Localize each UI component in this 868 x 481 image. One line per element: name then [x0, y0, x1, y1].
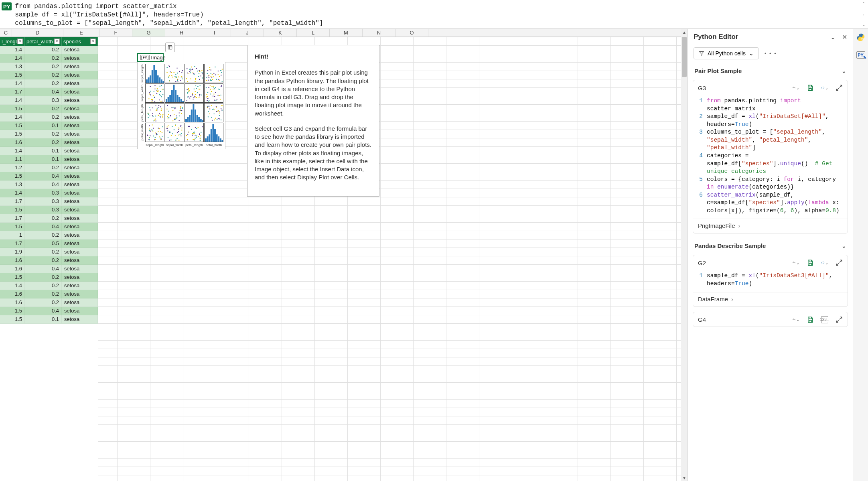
table-row[interactable]: 1.10.1setosa: [0, 155, 98, 164]
table-cell[interactable]: 0.4: [25, 223, 62, 231]
table-cell[interactable]: 1.1: [0, 155, 25, 163]
table-cell[interactable]: setosa: [62, 79, 98, 87]
table-cell[interactable]: setosa: [62, 122, 98, 130]
table-cell[interactable]: 1.5: [0, 130, 25, 138]
table-row[interactable]: 1.40.2setosa: [0, 282, 98, 290]
table-row[interactable]: 1.40.1setosa: [0, 147, 98, 155]
table-cell[interactable]: setosa: [62, 214, 98, 222]
column-header-n[interactable]: N: [363, 29, 395, 37]
filter-icon[interactable]: [90, 39, 96, 44]
table-row[interactable]: 1.40.2setosa: [0, 79, 98, 88]
expand-icon[interactable]: [836, 84, 843, 91]
table-cell[interactable]: setosa: [62, 181, 98, 189]
filter-icon[interactable]: [54, 39, 60, 44]
table-cell[interactable]: 1.4: [0, 282, 25, 290]
table-cell[interactable]: 0.2: [25, 71, 62, 79]
save-icon[interactable]: [807, 259, 814, 266]
close-panel-icon[interactable]: ✕: [842, 33, 847, 41]
table-cell[interactable]: 1.5: [0, 307, 25, 315]
table-row[interactable]: 1.50.4setosa: [0, 172, 98, 181]
table-cell[interactable]: 1.5: [0, 172, 25, 180]
more-options-icon[interactable]: • • •: [765, 51, 777, 57]
table-row[interactable]: 1.30.4setosa: [0, 181, 98, 189]
table-cell[interactable]: 0.4: [25, 265, 62, 273]
table-cell[interactable]: 0.2: [25, 46, 62, 54]
output-123-icon[interactable]: 123 ⌄: [821, 316, 828, 323]
table-cell[interactable]: 1.4: [0, 189, 25, 197]
table-row[interactable]: 1.70.2setosa: [0, 214, 98, 223]
column-header-l[interactable]: L: [297, 29, 330, 37]
table-cell[interactable]: setosa: [62, 223, 98, 231]
table-cell[interactable]: setosa: [62, 282, 98, 290]
table-cell[interactable]: 1.5: [0, 273, 25, 281]
table-cell[interactable]: 0.1: [25, 122, 62, 130]
table-cell[interactable]: setosa: [62, 307, 98, 315]
column-header-d[interactable]: D: [12, 29, 63, 37]
table-cell[interactable]: 0.2: [25, 113, 62, 121]
table-cell[interactable]: setosa: [62, 265, 98, 273]
table-cell[interactable]: 1.4: [0, 46, 25, 54]
table-row[interactable]: 1.50.4setosa: [0, 223, 98, 231]
table-header-l-length[interactable]: l_length: [0, 37, 25, 46]
filter-icon[interactable]: [17, 39, 23, 44]
table-cell[interactable]: 0.3: [25, 189, 62, 197]
column-header-g[interactable]: G: [132, 29, 165, 37]
table-cell[interactable]: setosa: [62, 273, 98, 281]
scroll-down-arrow[interactable]: ▼: [681, 475, 688, 481]
output-footer[interactable]: DataFrame›: [693, 292, 848, 306]
table-cell[interactable]: 0.3: [25, 197, 62, 205]
code-body[interactable]: 1sample_df = xl("IrisDataSet3[#All]", he…: [693, 270, 848, 292]
table-cell[interactable]: 0.2: [25, 63, 62, 71]
table-cell[interactable]: setosa: [62, 164, 98, 172]
table-cell[interactable]: 1.6: [0, 138, 25, 146]
table-cell[interactable]: 0.2: [25, 273, 62, 281]
table-row[interactable]: 1.40.2setosa: [0, 46, 98, 54]
table-cell[interactable]: 0.4: [25, 307, 62, 315]
table-cell[interactable]: setosa: [62, 231, 98, 239]
table-cell[interactable]: 1.5: [0, 223, 25, 231]
table-row[interactable]: 1.50.4setosa: [0, 307, 98, 315]
table-cell[interactable]: 1.2: [0, 164, 25, 172]
table-cell[interactable]: 0.2: [25, 282, 62, 290]
table-row[interactable]: 1.50.1setosa: [0, 122, 98, 130]
scroll-up-arrow[interactable]: ▲: [681, 29, 688, 35]
table-row[interactable]: 1.70.4setosa: [0, 88, 98, 96]
table-row[interactable]: 1.40.2setosa: [0, 54, 98, 63]
table-cell[interactable]: 0.3: [25, 206, 62, 214]
column-header-f[interactable]: F: [99, 29, 132, 37]
table-cell[interactable]: setosa: [62, 256, 98, 264]
vertical-scrollbar[interactable]: ▲ ▼: [681, 29, 688, 481]
code-body[interactable]: 1from pandas.plotting import scatter_mat…: [693, 95, 848, 219]
table-cell[interactable]: setosa: [62, 197, 98, 205]
table-cell[interactable]: 1.5: [0, 315, 25, 323]
table-cell[interactable]: 1.3: [0, 181, 25, 189]
table-cell[interactable]: 0.2: [25, 130, 62, 138]
table-row[interactable]: 1.70.3setosa: [0, 197, 98, 206]
table-cell[interactable]: 1.7: [0, 214, 25, 222]
column-header-o[interactable]: O: [395, 29, 428, 37]
save-icon[interactable]: [807, 84, 814, 91]
formula-bar-expand[interactable]: ⌃ ⋮ ⌄: [860, 0, 867, 28]
table-cell[interactable]: setosa: [62, 298, 98, 306]
table-cell[interactable]: 1.4: [0, 79, 25, 87]
pairplot-image[interactable]: sepal_lengthsepal_widthpetal_lengthpetal…: [137, 62, 225, 149]
table-cell[interactable]: 1.7: [0, 239, 25, 248]
table-cell[interactable]: 1.9: [0, 248, 25, 256]
column-header-e[interactable]: E: [63, 29, 99, 37]
table-row[interactable]: 10.2setosa: [0, 231, 98, 239]
table-cell[interactable]: 1.4: [0, 113, 25, 121]
column-header-m[interactable]: M: [330, 29, 363, 37]
expand-icon[interactable]: [836, 259, 843, 266]
table-cell[interactable]: setosa: [62, 113, 98, 121]
table-row[interactable]: 1.40.3setosa: [0, 189, 98, 197]
table-cell[interactable]: 0.2: [25, 248, 62, 256]
table-cell[interactable]: setosa: [62, 54, 98, 62]
table-cell[interactable]: 1.6: [0, 265, 25, 273]
table-cell[interactable]: 1.5: [0, 206, 25, 214]
table-row[interactable]: 1.50.2setosa: [0, 105, 98, 113]
table-cell[interactable]: 0.2: [25, 214, 62, 222]
column-header-i[interactable]: I: [198, 29, 231, 37]
table-cell[interactable]: 0.1: [25, 147, 62, 155]
table-row[interactable]: 1.50.1setosa: [0, 315, 98, 324]
undo-icon[interactable]: ⌄: [792, 259, 799, 266]
